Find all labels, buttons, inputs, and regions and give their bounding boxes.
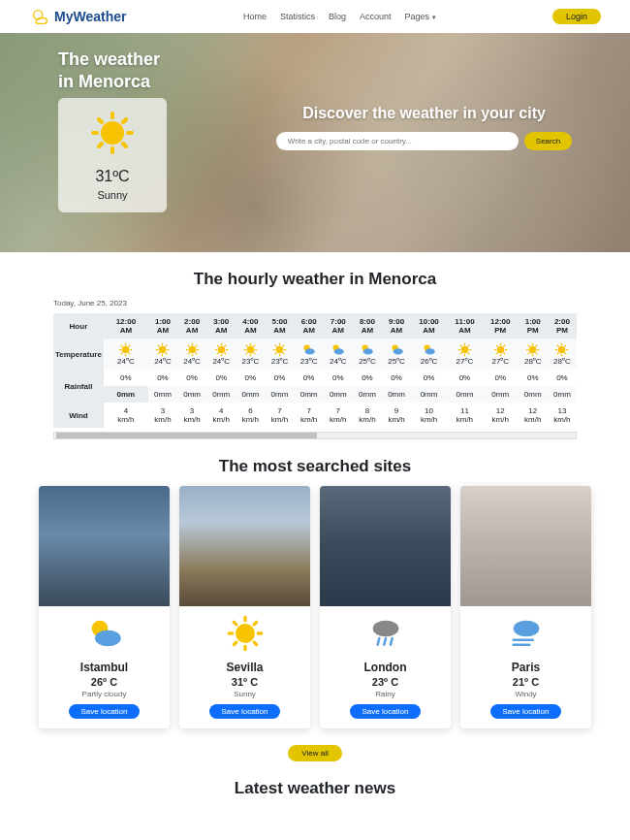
nav-link-blog[interactable]: Blog [329,12,346,21]
site-temp: 23º C [326,676,445,688]
temp-cell: 26ºC [411,339,447,370]
site-card[interactable]: Sevilla31º CSunnySave location [179,486,310,728]
site-card[interactable]: Istambul26º CPartly cloudySave location [39,486,170,728]
temp-cell: 24ºC [148,339,177,370]
temp-cell: 28ºC [548,339,577,370]
partly-icon [331,342,345,357]
site-temp: 21º C [466,676,585,688]
sun-icon [118,342,133,357]
save-location-button[interactable]: Save location [69,704,139,719]
rain-pct-cell: 0% [324,370,353,386]
hour-header: 5:00AM [265,313,294,339]
wind-cell: 3km/h [148,403,177,428]
save-location-button[interactable]: Save location [490,704,560,719]
site-temp: 26º C [45,676,164,688]
save-location-button[interactable]: Save location [209,704,279,719]
hour-header: 7:00AM [324,313,353,339]
sun-icon [226,614,265,653]
save-location-button[interactable]: Save location [350,704,420,719]
most-searched-title: The most searched sites [0,457,630,476]
sun-icon [272,342,287,357]
hero-title: The weatherin Menorca [58,48,208,94]
rain-pct-cell: 0% [236,370,265,386]
temp-cell: 25ºC [353,339,382,370]
wind-cell: 3km/h [177,403,206,428]
hour-header: 10:00AM [411,313,447,339]
wind-cell: 13km/h [548,403,577,428]
rain-pct-cell: 0% [382,370,411,386]
site-image [179,486,310,606]
hour-header: 9:00AM [382,313,411,339]
rain-pct-cell: 0% [104,370,148,386]
partly-icon [390,342,404,357]
hour-header: 4:00AM [236,313,265,339]
temp-cell: 24ºC [206,339,236,370]
site-image [39,486,170,606]
rain-icon [366,614,405,653]
sun-icon [89,110,136,156]
sun-icon [493,342,508,357]
sun-icon [243,342,258,357]
nav-links: HomeStatisticsBlogAccountPages ▾ [243,12,436,21]
hour-header: 1:00AM [148,313,177,339]
login-button[interactable]: Login [552,9,601,24]
hour-header: 3:00AM [206,313,236,339]
date-label: Today, June 25, 2023 [53,299,577,307]
temp-cell: 24ºC [104,339,148,370]
wind-cell: 12km/h [519,403,548,428]
hour-header: 2:00AM [177,313,206,339]
hero: The weatherin Menorca 31ºC Sunny Discove… [0,33,630,252]
wind-cell: 8km/h [353,403,382,428]
rain-mm-cell: 0mm [104,386,148,403]
header-hour: Hour [53,313,104,339]
rain-mm-cell: 0mm [265,386,294,403]
partly-icon [85,614,124,653]
nav-link-statistics[interactable]: Statistics [280,12,315,21]
search-button[interactable]: Search [524,132,572,150]
sun-icon [554,342,569,357]
temp-cell: 23ºC [295,339,324,370]
wind-cell: 4km/h [206,403,236,428]
hour-header: 12:00AM [104,313,148,339]
site-card[interactable]: Paris21º CWindySave location [460,486,591,728]
site-temp: 31º C [185,676,304,688]
wind-cell: 6km/h [236,403,265,428]
wind-cell: 11km/h [447,403,483,428]
search-input[interactable] [276,132,519,150]
header-rain: Rainfall [53,370,104,403]
nav-link-pages[interactable]: Pages ▾ [404,12,435,21]
discover-title: Discover the weather in your city [247,105,601,122]
nav-link-home[interactable]: Home [243,12,267,21]
hourly-scrollbar[interactable] [53,432,577,439]
current-weather-card: 31ºC Sunny [58,98,167,212]
nav-link-account[interactable]: Account [360,12,392,21]
hour-header: 6:00AM [295,313,324,339]
header-wind: Wind [53,403,104,428]
hour-header: 2:00PM [548,313,577,339]
rain-mm-cell: 0mm [206,386,236,403]
hour-header: 1:00PM [519,313,548,339]
view-all-button[interactable]: View all [288,745,341,761]
site-name: Sevilla [185,661,304,674]
rain-mm-cell: 0mm [483,386,519,403]
brand[interactable]: MyWeather [29,6,126,27]
wind-cell: 10km/h [411,403,447,428]
temp-cell: 24ºC [177,339,206,370]
wind-cell: 7km/h [265,403,294,428]
site-condition: Partly cloudy [45,690,164,698]
site-card[interactable]: London23º CRainySave location [320,486,451,728]
rain-pct-cell: 0% [548,370,577,386]
temp-cell: 27ºC [483,339,519,370]
site-name: London [326,661,445,674]
rain-mm-cell: 0mm [411,386,447,403]
rain-mm-cell: 0mm [519,386,548,403]
current-condition: Sunny [66,189,159,201]
rain-mm-cell: 0mm [236,386,265,403]
partly-icon [301,342,316,357]
rain-pct-cell: 0% [483,370,519,386]
wind-cell: 7km/h [295,403,324,428]
rain-pct-cell: 0% [519,370,548,386]
site-condition: Windy [466,690,585,698]
sun-icon [457,342,472,357]
temp-cell: 23ºC [236,339,265,370]
